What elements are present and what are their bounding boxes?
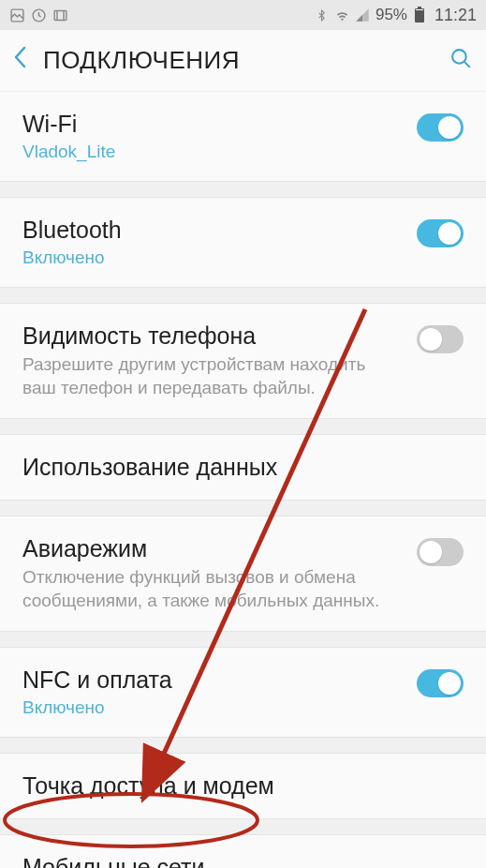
item-hotspot-content: Точка доступа и модем bbox=[22, 771, 464, 801]
media-icon bbox=[52, 7, 68, 23]
signal-icon bbox=[355, 7, 371, 23]
divider bbox=[0, 737, 486, 754]
divider bbox=[0, 287, 486, 304]
item-bluetooth-title: Bluetooth bbox=[22, 216, 404, 245]
item-airplane-desc: Отключение функций вызовов и обмена сооб… bbox=[22, 566, 404, 612]
toggle-wifi[interactable] bbox=[417, 113, 464, 142]
item-data-usage[interactable]: Использование данных bbox=[0, 435, 486, 500]
divider bbox=[0, 631, 486, 648]
item-airplane[interactable]: Авиарежим Отключение функций вызовов и о… bbox=[0, 516, 486, 631]
item-wifi[interactable]: Wi-Fi Vladok_Lite bbox=[0, 92, 486, 181]
item-hotspot[interactable]: Точка доступа и модем bbox=[0, 754, 486, 818]
item-data-usage-title: Использование данных bbox=[22, 453, 450, 482]
item-mobile-networks-content: Мобильные сети bbox=[22, 853, 464, 868]
item-nfc[interactable]: NFC и оплата Включено bbox=[0, 648, 486, 737]
svg-rect-3 bbox=[415, 8, 424, 22]
toggle-nfc[interactable] bbox=[417, 669, 464, 697]
item-wifi-subtitle: Vladok_Lite bbox=[22, 142, 404, 163]
toggle-bluetooth[interactable] bbox=[417, 219, 464, 247]
item-data-usage-content: Использование данных bbox=[22, 453, 464, 482]
item-visibility-content: Видимость телефона Разрешите другим устр… bbox=[22, 322, 417, 400]
item-hotspot-title: Точка доступа и модем bbox=[22, 771, 450, 801]
search-button[interactable] bbox=[449, 47, 473, 74]
item-bluetooth[interactable]: Bluetooth Включено bbox=[0, 198, 486, 287]
app-bar: ПОДКЛЮЧЕНИЯ bbox=[0, 30, 486, 92]
toggle-airplane[interactable] bbox=[417, 538, 464, 566]
toggle-visibility[interactable] bbox=[417, 325, 464, 353]
divider bbox=[0, 500, 486, 516]
item-airplane-content: Авиарежим Отключение функций вызовов и о… bbox=[22, 534, 417, 613]
item-bluetooth-subtitle: Включено bbox=[22, 247, 404, 269]
item-bluetooth-content: Bluetooth Включено bbox=[22, 216, 417, 269]
wifi-icon bbox=[334, 7, 350, 23]
status-bar: 95% 11:21 bbox=[0, 0, 486, 30]
item-nfc-subtitle: Включено bbox=[22, 697, 404, 719]
status-left-icons bbox=[9, 7, 68, 23]
item-airplane-title: Авиарежим bbox=[22, 534, 404, 563]
item-wifi-title: Wi-Fi bbox=[22, 110, 404, 139]
item-visibility-desc: Разрешите другим устройствам находить ва… bbox=[22, 353, 404, 399]
divider bbox=[0, 818, 486, 835]
item-mobile-networks-title: Мобильные сети bbox=[22, 853, 450, 868]
status-time: 11:21 bbox=[434, 6, 477, 25]
status-right-icons: 95% 11:21 bbox=[314, 6, 477, 25]
item-wifi-content: Wi-Fi Vladok_Lite bbox=[22, 110, 417, 163]
page-title: ПОДКЛЮЧЕНИЯ bbox=[43, 46, 449, 75]
svg-rect-4 bbox=[418, 7, 421, 8]
divider bbox=[0, 181, 486, 198]
bluetooth-icon bbox=[314, 7, 330, 23]
back-button[interactable] bbox=[13, 46, 26, 75]
item-nfc-content: NFC и оплата Включено bbox=[22, 666, 417, 719]
item-visibility-title: Видимость телефона bbox=[22, 322, 404, 351]
svg-rect-2 bbox=[54, 10, 66, 20]
gallery-icon bbox=[9, 7, 25, 23]
divider bbox=[0, 418, 486, 435]
clock-icon bbox=[31, 7, 47, 23]
svg-point-6 bbox=[452, 50, 466, 64]
item-visibility[interactable]: Видимость телефона Разрешите другим устр… bbox=[0, 304, 486, 418]
battery-icon bbox=[412, 7, 428, 23]
item-mobile-networks[interactable]: Мобильные сети bbox=[0, 835, 486, 868]
settings-list: Wi-Fi Vladok_Lite Bluetooth Включено Вид… bbox=[0, 92, 486, 868]
item-nfc-title: NFC и оплата bbox=[22, 666, 404, 695]
svg-rect-5 bbox=[416, 9, 423, 10]
battery-percent: 95% bbox=[376, 6, 407, 24]
